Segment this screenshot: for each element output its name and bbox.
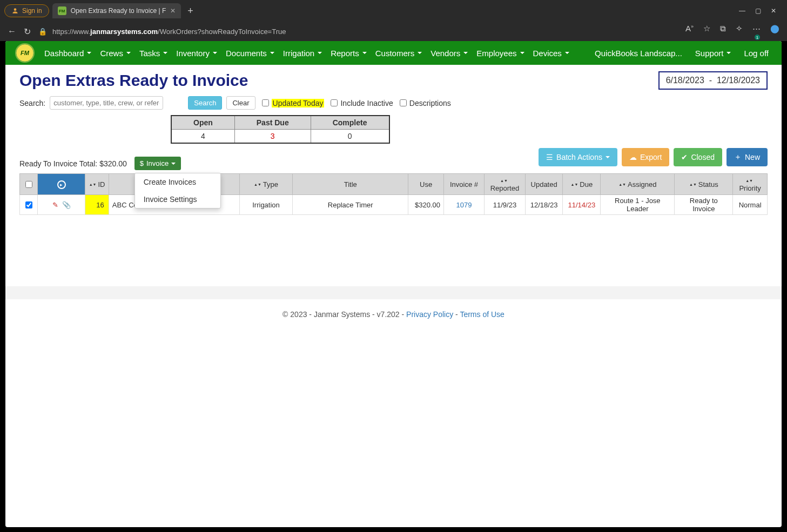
attachment-icon[interactable]: 📎 [62,201,71,209]
browser-tab[interactable]: FM Open Extras Ready to Invoice | F ✕ [52,3,181,18]
row-status: Ready to Invoice [675,195,733,215]
page-footer: © 2023 - Janmar Systems - v7.202 - Priva… [5,262,782,319]
copilot-icon[interactable]: ⬤ [770,24,779,39]
search-button[interactable]: Search [188,96,222,110]
nav-employees[interactable]: Employees [473,43,527,63]
edit-icon[interactable]: ✎ [52,201,58,209]
col-id[interactable]: ▲▼ID [85,174,109,195]
main-nav: FM Dashboard Crews Tasks Inventory Docum… [5,41,782,65]
tab-title: Open Extras Ready to Invoice | F [71,7,166,15]
app-logo[interactable]: FM [15,43,35,63]
nav-devices[interactable]: Devices [530,43,573,63]
cloud-download-icon: ☁ [629,153,637,161]
nav-customers[interactable]: Customers [372,43,426,63]
new-tab-button[interactable]: + [184,5,197,17]
col-updated[interactable]: Updated [525,174,563,195]
chevron-down-icon [362,52,367,54]
col-assigned[interactable]: ▲▼Assigned [601,174,675,195]
chevron-down-icon [213,52,217,54]
col-status[interactable]: ▲▼Status [675,174,733,195]
select-all-checkbox[interactable] [25,181,32,188]
collections-icon[interactable]: ✧ [736,24,743,39]
invoice-dropdown-menu: Create Invoices Invoice Settings [134,173,221,208]
row-invoice-link[interactable]: 1079 [456,201,472,209]
row-use: $320.00 [408,195,444,215]
window-controls: ― ▢ ✕ [739,7,783,15]
privacy-link[interactable]: Privacy Policy [406,310,453,319]
maximize-icon[interactable]: ▢ [755,7,761,15]
nav-quickbooks[interactable]: QuickBooks Landscap... [591,43,685,63]
col-use[interactable]: Use [408,174,444,195]
address-bar: ← ↻ 🔒 https://www.janmarsystems.com/Work… [0,22,787,41]
nav-dashboard[interactable]: Dashboard [41,43,95,63]
search-input[interactable] [50,96,163,110]
nav-tasks[interactable]: Tasks [136,43,171,63]
row-title: Replace Timer [293,195,408,215]
chevron-down-icon [565,52,569,54]
sign-in-button[interactable]: Sign in [4,4,49,17]
closed-button[interactable]: ✔Closed [674,148,722,166]
dollar-icon: $ [140,159,144,167]
summary-header-pastdue: Past Due [234,116,311,130]
nav-reports[interactable]: Reports [327,43,370,63]
minimize-icon[interactable]: ― [739,7,745,15]
tab-close-icon[interactable]: ✕ [170,7,176,15]
col-invoice[interactable]: Invoice # [443,174,484,195]
lock-icon: 🔒 [38,28,47,36]
row-priority: Normal [733,195,768,215]
clear-button[interactable]: Clear [226,96,255,110]
date-range-picker[interactable]: 6/18/2023 - 12/18/2023 [658,71,768,90]
nav-logoff[interactable]: Log off [741,43,772,63]
extension-icon[interactable]: ⧉ [720,24,726,39]
row-checkbox[interactable] [25,201,32,208]
summary-table: Open Past Due Complete 4 3 0 [171,115,390,144]
chevron-down-icon [163,52,167,54]
close-window-icon[interactable]: ✕ [771,7,776,15]
row-due: 11/14/23 [563,195,601,215]
chevron-down-icon [87,52,91,54]
nav-inventory[interactable]: Inventory [173,43,220,63]
batch-actions-button[interactable]: ☰Batch Actions [539,148,617,166]
more-icon[interactable]: ⋯1 [752,24,761,39]
new-button[interactable]: ＋New [727,148,768,166]
descriptions-checkbox[interactable]: Descriptions [398,98,451,108]
include-inactive-checkbox[interactable]: Include Inactive [328,98,393,108]
nav-crews[interactable]: Crews [97,43,134,63]
url-text: https://www.janmarsystems.com/WorkOrders… [52,28,286,36]
nav-documents[interactable]: Documents [223,43,278,63]
back-icon[interactable]: ← [8,26,16,36]
page-title: Open Extras Ready to Invoice [19,71,248,90]
col-type[interactable]: ▲▼Type [239,174,293,195]
updated-today-checkbox[interactable]: Updated Today [260,98,325,108]
export-button[interactable]: ☁Export [622,148,669,166]
read-aloud-icon[interactable]: A» [685,24,694,39]
chevron-down-icon [520,52,524,54]
terms-link[interactable]: Terms of Use [460,310,504,319]
row-assigned: Route 1 - Jose Leader [601,195,675,215]
nav-irrigation[interactable]: Irrigation [280,43,325,63]
col-due[interactable]: ▲▼Due [563,174,601,195]
summary-header-open: Open [171,116,234,130]
col-title[interactable]: Title [293,174,408,195]
url-field[interactable]: 🔒 https://www.janmarsystems.com/WorkOrde… [38,28,678,36]
expand-arrow-icon[interactable]: ▸ [57,180,66,189]
sign-in-label: Sign in [22,7,42,15]
chevron-down-icon [126,52,131,54]
create-invoices-item[interactable]: Create Invoices [135,173,220,191]
col-priority[interactable]: ▲▼Priority [733,174,768,195]
nav-vendors[interactable]: Vendors [427,43,471,63]
search-label: Search: [19,99,45,107]
table-row[interactable]: ✎ 📎 16 ABC Co Irrigation Replace Timer $… [20,195,768,215]
invoice-settings-item[interactable]: Invoice Settings [135,191,220,208]
invoice-dropdown-button[interactable]: $ Invoice [134,157,181,170]
favorite-icon[interactable]: ☆ [703,24,710,39]
nav-support[interactable]: Support [692,43,735,63]
svg-point-0 [14,8,17,11]
actions-row: ☰Batch Actions ☁Export ✔Closed ＋New [539,148,768,166]
refresh-icon[interactable]: ↻ [24,26,31,37]
list-icon: ☰ [546,153,553,161]
col-reported[interactable]: ▲▼Reported [485,174,526,195]
summary-value-pastdue: 3 [234,130,311,144]
tab-bar: Sign in FM Open Extras Ready to Invoice … [0,0,787,22]
page-body: FM Dashboard Crews Tasks Inventory Docum… [5,41,782,527]
